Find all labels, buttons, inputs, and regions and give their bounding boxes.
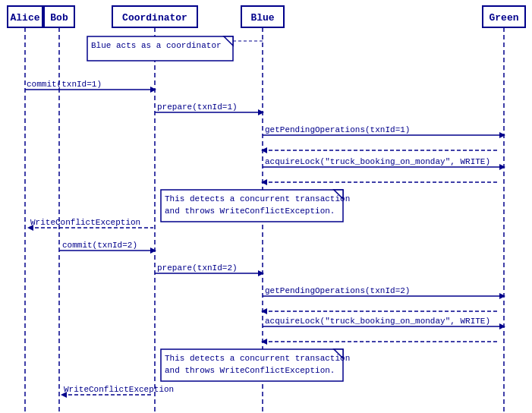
svg-marker-26 xyxy=(499,132,505,138)
svg-text:Blue: Blue xyxy=(250,12,274,24)
svg-text:WriteConflictException: WriteConflictException xyxy=(64,385,174,394)
svg-text:commit(txnId=2): commit(txnId=2) xyxy=(62,241,137,250)
svg-marker-29 xyxy=(261,147,267,153)
svg-marker-52 xyxy=(261,308,267,314)
svg-text:Green: Green xyxy=(489,12,518,24)
svg-text:WriteConflictException: WriteConflictException xyxy=(30,218,140,227)
svg-marker-54 xyxy=(499,323,505,329)
svg-text:getPendingOperations(txnId=2): getPendingOperations(txnId=2) xyxy=(265,286,410,295)
svg-marker-57 xyxy=(261,339,267,345)
svg-text:Blue acts as a coordinator: Blue acts as a coordinator xyxy=(91,41,222,50)
svg-text:and throws WriteConflictExcept: and throws WriteConflictException. xyxy=(165,366,335,375)
svg-text:This detects a concurrent tran: This detects a concurrent transaction xyxy=(165,354,350,363)
svg-text:acquireLock("truck_booking_on_: acquireLock("truck_booking_on_monday", W… xyxy=(265,317,490,326)
svg-text:This detects a concurrent tran: This detects a concurrent transaction xyxy=(165,194,350,203)
svg-marker-23 xyxy=(258,109,264,115)
svg-text:Coordinator: Coordinator xyxy=(122,12,187,24)
svg-marker-31 xyxy=(499,164,505,170)
svg-marker-46 xyxy=(258,270,264,276)
svg-text:prepare(txnId=1): prepare(txnId=1) xyxy=(157,102,238,112)
svg-text:Alice: Alice xyxy=(10,12,39,24)
diagram-svg: Alice Bob Coordinator Blue Green Blue ac… xyxy=(0,0,532,413)
svg-text:acquireLock("truck_booking_on_: acquireLock("truck_booking_on_monday", W… xyxy=(265,157,490,166)
svg-marker-34 xyxy=(261,179,267,185)
svg-text:commit(txnId=1): commit(txnId=1) xyxy=(27,80,102,89)
sequence-diagram: Alice Bob Coordinator Blue Green Blue ac… xyxy=(0,0,532,413)
svg-marker-20 xyxy=(150,87,156,93)
svg-text:Bob: Bob xyxy=(50,12,68,24)
svg-text:and throws WriteConflictExcept: and throws WriteConflictException. xyxy=(165,206,335,216)
svg-text:getPendingOperations(txnId=1): getPendingOperations(txnId=1) xyxy=(265,125,410,134)
svg-marker-43 xyxy=(150,247,156,254)
svg-marker-49 xyxy=(499,293,505,299)
svg-text:prepare(txnId=2): prepare(txnId=2) xyxy=(157,263,238,273)
